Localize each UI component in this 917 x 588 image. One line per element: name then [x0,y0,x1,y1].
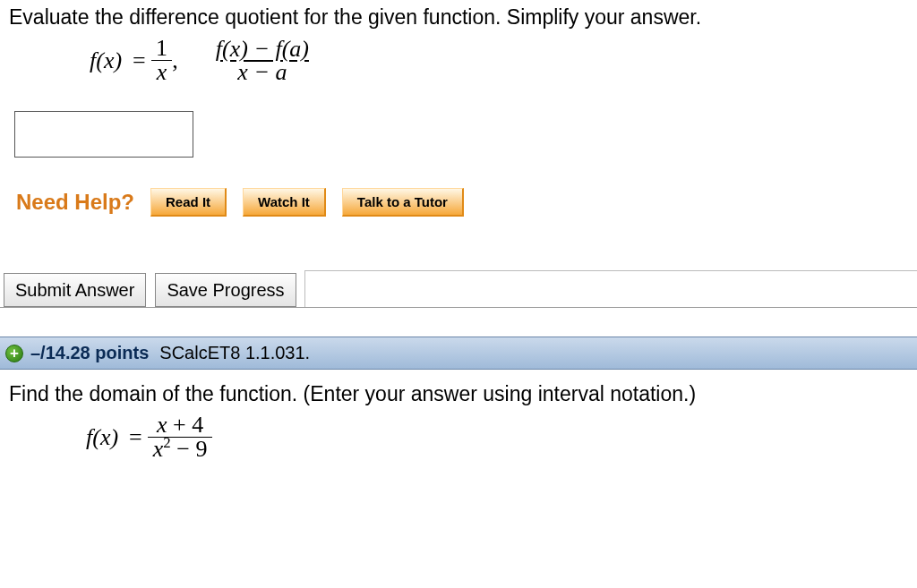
num-4: 4 [192,412,203,438]
numerator: x + 4 [153,413,207,437]
submit-answer-button[interactable]: Submit Answer [4,273,146,307]
equals-sign: = [129,424,142,451]
answer-input[interactable] [14,111,193,158]
q2-prompt: Find the domain of the function. (Enter … [9,382,908,406]
points-word: points [95,343,149,362]
need-help-label: Need Help? [16,190,134,215]
score-value: –/14.28 [30,343,90,362]
fraction-one-over-x: 1 x [151,37,173,84]
numerator: 1 [152,37,171,60]
q1-math: f(x) = 1 x , f(x) − f(a) x − a [90,37,908,84]
question-2-header[interactable]: + –/14.28 points SCalcET8 1.1.031. [0,337,917,370]
denominator: x [151,60,173,84]
equals-sign: = [133,47,146,74]
spacer [0,308,917,337]
q2-math: f(x) = x + 4 x2 − 9 [86,413,908,461]
read-it-button[interactable]: Read It [150,188,227,217]
den-9: 9 [195,436,207,462]
help-row: Need Help? Read It Watch It Talk to a Tu… [16,188,908,217]
rational-function: x + 4 x2 − 9 [148,413,213,461]
den-exp: 2 [163,434,170,451]
question-id: SCalcET8 1.1.031. [159,343,310,363]
expand-icon[interactable]: + [5,345,23,362]
den-minus: − [171,436,196,462]
fx-label: f(x) [86,424,118,451]
q1-prompt: Evaluate the difference quotient for the… [9,5,908,30]
difference-quotient: f(x) − f(a) x − a [210,38,314,84]
action-bar: Submit Answer Save Progress [0,270,917,308]
den-x: x [153,436,164,462]
question-2: Find the domain of the function. (Enter … [0,370,917,464]
tab-spacer [304,270,917,307]
dq-denominator: x − a [232,61,292,84]
denominator: x2 − 9 [148,437,213,461]
save-progress-button[interactable]: Save Progress [155,273,296,307]
talk-to-tutor-button[interactable]: Talk to a Tutor [342,188,464,217]
dq-numerator: f(x) − f(a) [210,38,314,61]
question-1: Evaluate the difference quotient for the… [0,0,917,270]
points-score: –/14.28 points [30,343,149,363]
watch-it-button[interactable]: Watch It [243,188,326,217]
fx-label: f(x) [90,47,122,74]
comma: , [172,47,178,74]
